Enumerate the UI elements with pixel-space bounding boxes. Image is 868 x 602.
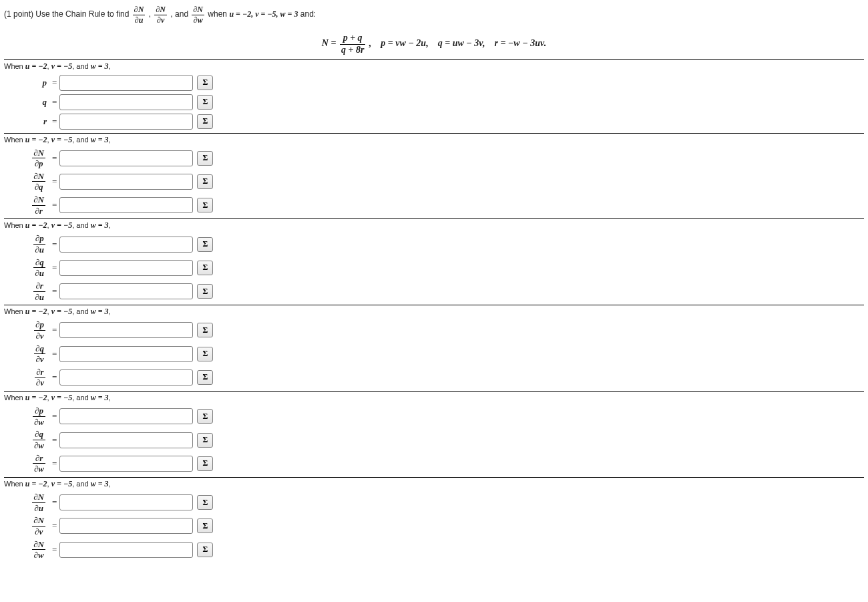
equation-editor-button[interactable]: Σ xyxy=(197,95,213,110)
answer-input[interactable] xyxy=(59,150,193,166)
conditions: u = −2, v = −5, w = 3 xyxy=(229,9,298,19)
answer-input[interactable] xyxy=(59,518,193,534)
row-label: ∂N∂r xyxy=(23,195,49,215)
row-label: ∂N∂v xyxy=(23,516,49,536)
equation-editor-button[interactable]: Σ xyxy=(197,370,213,385)
equation-editor-button[interactable]: Σ xyxy=(197,543,213,557)
N-eq-label: N = xyxy=(322,39,339,49)
equals-sign: = xyxy=(49,520,59,531)
equation-editor-button[interactable]: Σ xyxy=(197,76,213,90)
row-label: ∂p∂w xyxy=(23,406,49,426)
answer-input[interactable] xyxy=(59,237,193,253)
answer-input[interactable] xyxy=(59,346,193,362)
equation-editor-button[interactable]: Σ xyxy=(197,433,213,448)
equals-sign: = xyxy=(49,325,59,335)
answer-input[interactable] xyxy=(59,494,193,510)
answer-row: ∂q∂v=Σ xyxy=(23,344,864,364)
answer-row: ∂N∂q=Σ xyxy=(23,172,864,192)
row-label: ∂r∂w xyxy=(23,454,49,474)
row-label: ∂p∂u xyxy=(23,234,49,254)
divider xyxy=(4,59,864,60)
answer-row: ∂N∂p=Σ xyxy=(23,148,864,168)
row-label: ∂q∂w xyxy=(23,430,49,450)
dndw-den: ∂w xyxy=(192,15,204,25)
row-label: ∂r∂u xyxy=(23,281,49,301)
answer-input[interactable] xyxy=(59,322,193,338)
answer-row: ∂N∂u=Σ xyxy=(23,492,864,512)
row-label: p xyxy=(23,78,49,88)
row-label: q xyxy=(23,97,49,108)
equation-editor-button[interactable]: Σ xyxy=(197,198,213,212)
and-text: , and xyxy=(170,9,190,19)
answer-input[interactable] xyxy=(59,260,193,276)
divider xyxy=(4,218,864,219)
answer-row: p=Σ xyxy=(23,75,864,91)
answer-input[interactable] xyxy=(59,94,193,110)
equals-sign: = xyxy=(49,153,59,164)
equation-editor-button[interactable]: Σ xyxy=(197,237,213,252)
equation-editor-button[interactable]: Σ xyxy=(197,323,213,337)
answer-row: ∂N∂w=Σ xyxy=(23,540,864,560)
equation-editor-button[interactable]: Σ xyxy=(197,151,213,166)
answer-input[interactable] xyxy=(59,542,193,558)
answer-input[interactable] xyxy=(59,456,193,472)
problem-statement: (1 point) Use the Chain Rule to find ∂N … xyxy=(4,5,864,24)
row-label: ∂N∂p xyxy=(23,148,49,168)
answer-row: ∂q∂w=Σ xyxy=(23,430,864,450)
dndu-den: ∂u xyxy=(133,15,146,25)
equation-editor-button[interactable]: Σ xyxy=(197,495,213,510)
equals-sign: = xyxy=(49,200,59,210)
answer-input[interactable] xyxy=(59,114,193,130)
N-frac-den: q + 8r xyxy=(340,45,365,55)
divider xyxy=(4,391,864,392)
answer-row: ∂q∂u=Σ xyxy=(23,258,864,278)
equals-sign: = xyxy=(49,78,59,88)
N-frac: p + q q + 8r xyxy=(339,33,367,55)
divider xyxy=(4,133,864,134)
when-text: when xyxy=(208,9,229,19)
prompt-prefix: (1 point) Use the Chain Rule to find xyxy=(4,9,132,19)
comma1: , xyxy=(149,9,154,19)
answer-row: ∂N∂v=Σ xyxy=(23,516,864,536)
equation-editor-button[interactable]: Σ xyxy=(197,347,213,361)
equation-editor-button[interactable]: Σ xyxy=(197,409,213,424)
equation-editor-button[interactable]: Σ xyxy=(197,261,213,275)
row-label: ∂N∂u xyxy=(23,492,49,512)
equation-editor-button[interactable]: Σ xyxy=(197,174,213,189)
answer-row: ∂r∂w=Σ xyxy=(23,454,864,474)
answer-input[interactable] xyxy=(59,197,193,213)
row-label: ∂q∂v xyxy=(23,344,49,364)
divider xyxy=(4,305,864,305)
equation-editor-button[interactable]: Σ xyxy=(197,518,213,533)
frac-dndv: ∂N ∂v xyxy=(153,5,168,24)
frac-dndu: ∂N ∂u xyxy=(132,5,147,24)
equals-sign: = xyxy=(49,176,59,187)
dndv-den: ∂v xyxy=(154,15,167,25)
section-header: When u = −2, v = −5, and w = 3, xyxy=(4,479,864,489)
equals-sign: = xyxy=(49,263,59,273)
dndu-num: ∂N xyxy=(133,5,146,15)
answer-input[interactable] xyxy=(59,283,193,299)
dndv-num: ∂N xyxy=(154,5,167,15)
dndw-num: ∂N xyxy=(192,5,204,15)
section-header: When u = −2, v = −5, and w = 3, xyxy=(4,61,864,71)
answer-input[interactable] xyxy=(59,75,193,91)
equation-editor-button[interactable]: Σ xyxy=(197,284,213,299)
answer-input[interactable] xyxy=(59,432,193,448)
eq-tail: , p = vw − 2u, q = uw − 3v, r = −w − 3uv… xyxy=(369,39,546,49)
row-label: ∂q∂u xyxy=(23,258,49,278)
equals-sign: = xyxy=(49,497,59,508)
equation-editor-button[interactable]: Σ xyxy=(197,456,213,471)
answer-row: ∂r∂v=Σ xyxy=(23,367,864,388)
equals-sign: = xyxy=(49,116,59,127)
row-label: ∂N∂q xyxy=(23,172,49,192)
section-header: When u = −2, v = −5, and w = 3, xyxy=(4,220,864,231)
answer-row: ∂p∂v=Σ xyxy=(23,320,864,340)
equals-sign: = xyxy=(49,435,59,446)
answer-input[interactable] xyxy=(59,408,193,424)
answer-input[interactable] xyxy=(59,174,193,190)
row-label: r xyxy=(23,116,49,127)
equation-editor-button[interactable]: Σ xyxy=(197,114,213,129)
and-tail: and: xyxy=(300,9,316,19)
answer-input[interactable] xyxy=(59,369,193,386)
